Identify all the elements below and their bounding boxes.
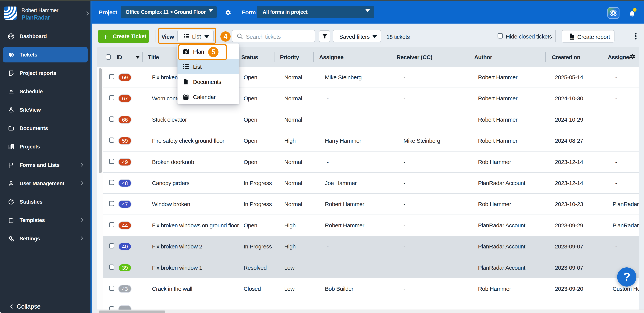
svg-text:PDF: PDF xyxy=(570,37,574,39)
